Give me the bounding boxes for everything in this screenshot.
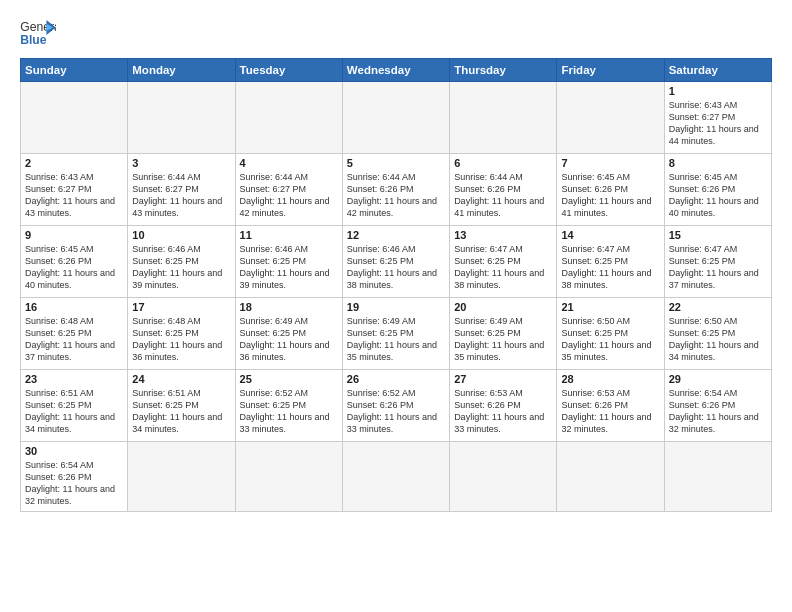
day-number: 30 <box>25 445 123 457</box>
calendar-cell: 21Sunrise: 6:50 AM Sunset: 6:25 PM Dayli… <box>557 298 664 370</box>
header: General Blue <box>20 18 772 48</box>
calendar-cell: 3Sunrise: 6:44 AM Sunset: 6:27 PM Daylig… <box>128 154 235 226</box>
weekday-header-wednesday: Wednesday <box>342 59 449 82</box>
day-info: Sunrise: 6:43 AM Sunset: 6:27 PM Dayligh… <box>25 171 123 220</box>
day-number: 15 <box>669 229 767 241</box>
day-info: Sunrise: 6:46 AM Sunset: 6:25 PM Dayligh… <box>240 243 338 292</box>
day-number: 17 <box>132 301 230 313</box>
day-number: 3 <box>132 157 230 169</box>
calendar-cell: 18Sunrise: 6:49 AM Sunset: 6:25 PM Dayli… <box>235 298 342 370</box>
day-info: Sunrise: 6:45 AM Sunset: 6:26 PM Dayligh… <box>669 171 767 220</box>
generalblue-logo-icon: General Blue <box>20 18 56 48</box>
day-number: 28 <box>561 373 659 385</box>
calendar-cell <box>342 82 449 154</box>
week-row-6: 30Sunrise: 6:54 AM Sunset: 6:26 PM Dayli… <box>21 442 772 512</box>
day-info: Sunrise: 6:54 AM Sunset: 6:26 PM Dayligh… <box>25 459 123 508</box>
day-number: 4 <box>240 157 338 169</box>
day-number: 25 <box>240 373 338 385</box>
day-number: 27 <box>454 373 552 385</box>
calendar-cell: 29Sunrise: 6:54 AM Sunset: 6:26 PM Dayli… <box>664 370 771 442</box>
day-number: 16 <box>25 301 123 313</box>
calendar-cell <box>342 442 449 512</box>
week-row-5: 23Sunrise: 6:51 AM Sunset: 6:25 PM Dayli… <box>21 370 772 442</box>
calendar-cell <box>450 442 557 512</box>
week-row-1: 1Sunrise: 6:43 AM Sunset: 6:27 PM Daylig… <box>21 82 772 154</box>
day-info: Sunrise: 6:54 AM Sunset: 6:26 PM Dayligh… <box>669 387 767 436</box>
calendar-cell: 15Sunrise: 6:47 AM Sunset: 6:25 PM Dayli… <box>664 226 771 298</box>
day-info: Sunrise: 6:46 AM Sunset: 6:25 PM Dayligh… <box>347 243 445 292</box>
day-info: Sunrise: 6:44 AM Sunset: 6:27 PM Dayligh… <box>240 171 338 220</box>
calendar-cell: 22Sunrise: 6:50 AM Sunset: 6:25 PM Dayli… <box>664 298 771 370</box>
day-info: Sunrise: 6:47 AM Sunset: 6:25 PM Dayligh… <box>561 243 659 292</box>
weekday-header-friday: Friday <box>557 59 664 82</box>
day-info: Sunrise: 6:51 AM Sunset: 6:25 PM Dayligh… <box>25 387 123 436</box>
day-info: Sunrise: 6:46 AM Sunset: 6:25 PM Dayligh… <box>132 243 230 292</box>
calendar-cell: 25Sunrise: 6:52 AM Sunset: 6:25 PM Dayli… <box>235 370 342 442</box>
calendar-cell: 5Sunrise: 6:44 AM Sunset: 6:26 PM Daylig… <box>342 154 449 226</box>
calendar-cell: 17Sunrise: 6:48 AM Sunset: 6:25 PM Dayli… <box>128 298 235 370</box>
calendar-cell: 26Sunrise: 6:52 AM Sunset: 6:26 PM Dayli… <box>342 370 449 442</box>
calendar-cell <box>664 442 771 512</box>
day-number: 22 <box>669 301 767 313</box>
calendar: SundayMondayTuesdayWednesdayThursdayFrid… <box>20 58 772 512</box>
day-info: Sunrise: 6:44 AM Sunset: 6:27 PM Dayligh… <box>132 171 230 220</box>
day-number: 20 <box>454 301 552 313</box>
day-number: 21 <box>561 301 659 313</box>
calendar-cell: 16Sunrise: 6:48 AM Sunset: 6:25 PM Dayli… <box>21 298 128 370</box>
day-info: Sunrise: 6:43 AM Sunset: 6:27 PM Dayligh… <box>669 99 767 148</box>
day-number: 2 <box>25 157 123 169</box>
calendar-cell <box>235 82 342 154</box>
svg-text:Blue: Blue <box>20 33 47 47</box>
calendar-cell: 10Sunrise: 6:46 AM Sunset: 6:25 PM Dayli… <box>128 226 235 298</box>
calendar-cell <box>128 82 235 154</box>
calendar-cell: 24Sunrise: 6:51 AM Sunset: 6:25 PM Dayli… <box>128 370 235 442</box>
calendar-cell <box>557 442 664 512</box>
calendar-cell <box>21 82 128 154</box>
calendar-cell: 20Sunrise: 6:49 AM Sunset: 6:25 PM Dayli… <box>450 298 557 370</box>
day-info: Sunrise: 6:50 AM Sunset: 6:25 PM Dayligh… <box>669 315 767 364</box>
day-number: 1 <box>669 85 767 97</box>
calendar-cell: 2Sunrise: 6:43 AM Sunset: 6:27 PM Daylig… <box>21 154 128 226</box>
weekday-header-saturday: Saturday <box>664 59 771 82</box>
day-info: Sunrise: 6:49 AM Sunset: 6:25 PM Dayligh… <box>347 315 445 364</box>
weekday-header-row: SundayMondayTuesdayWednesdayThursdayFrid… <box>21 59 772 82</box>
day-number: 24 <box>132 373 230 385</box>
calendar-cell: 1Sunrise: 6:43 AM Sunset: 6:27 PM Daylig… <box>664 82 771 154</box>
day-number: 6 <box>454 157 552 169</box>
day-info: Sunrise: 6:45 AM Sunset: 6:26 PM Dayligh… <box>561 171 659 220</box>
day-info: Sunrise: 6:51 AM Sunset: 6:25 PM Dayligh… <box>132 387 230 436</box>
day-number: 29 <box>669 373 767 385</box>
calendar-cell: 13Sunrise: 6:47 AM Sunset: 6:25 PM Dayli… <box>450 226 557 298</box>
day-info: Sunrise: 6:47 AM Sunset: 6:25 PM Dayligh… <box>669 243 767 292</box>
page: General Blue SundayMondayTuesdayWednesda… <box>0 0 792 612</box>
day-number: 23 <box>25 373 123 385</box>
day-info: Sunrise: 6:52 AM Sunset: 6:26 PM Dayligh… <box>347 387 445 436</box>
calendar-cell: 7Sunrise: 6:45 AM Sunset: 6:26 PM Daylig… <box>557 154 664 226</box>
calendar-cell <box>235 442 342 512</box>
calendar-cell: 19Sunrise: 6:49 AM Sunset: 6:25 PM Dayli… <box>342 298 449 370</box>
day-number: 18 <box>240 301 338 313</box>
day-info: Sunrise: 6:45 AM Sunset: 6:26 PM Dayligh… <box>25 243 123 292</box>
day-number: 19 <box>347 301 445 313</box>
day-info: Sunrise: 6:44 AM Sunset: 6:26 PM Dayligh… <box>347 171 445 220</box>
day-number: 26 <box>347 373 445 385</box>
day-info: Sunrise: 6:50 AM Sunset: 6:25 PM Dayligh… <box>561 315 659 364</box>
day-info: Sunrise: 6:53 AM Sunset: 6:26 PM Dayligh… <box>454 387 552 436</box>
day-info: Sunrise: 6:48 AM Sunset: 6:25 PM Dayligh… <box>132 315 230 364</box>
calendar-cell: 28Sunrise: 6:53 AM Sunset: 6:26 PM Dayli… <box>557 370 664 442</box>
calendar-cell: 23Sunrise: 6:51 AM Sunset: 6:25 PM Dayli… <box>21 370 128 442</box>
calendar-cell: 8Sunrise: 6:45 AM Sunset: 6:26 PM Daylig… <box>664 154 771 226</box>
calendar-cell: 14Sunrise: 6:47 AM Sunset: 6:25 PM Dayli… <box>557 226 664 298</box>
week-row-2: 2Sunrise: 6:43 AM Sunset: 6:27 PM Daylig… <box>21 154 772 226</box>
day-info: Sunrise: 6:52 AM Sunset: 6:25 PM Dayligh… <box>240 387 338 436</box>
day-number: 10 <box>132 229 230 241</box>
day-info: Sunrise: 6:53 AM Sunset: 6:26 PM Dayligh… <box>561 387 659 436</box>
day-number: 8 <box>669 157 767 169</box>
calendar-cell: 11Sunrise: 6:46 AM Sunset: 6:25 PM Dayli… <box>235 226 342 298</box>
calendar-cell: 12Sunrise: 6:46 AM Sunset: 6:25 PM Dayli… <box>342 226 449 298</box>
calendar-cell: 4Sunrise: 6:44 AM Sunset: 6:27 PM Daylig… <box>235 154 342 226</box>
logo: General Blue <box>20 18 56 48</box>
calendar-cell <box>450 82 557 154</box>
day-info: Sunrise: 6:47 AM Sunset: 6:25 PM Dayligh… <box>454 243 552 292</box>
day-info: Sunrise: 6:48 AM Sunset: 6:25 PM Dayligh… <box>25 315 123 364</box>
